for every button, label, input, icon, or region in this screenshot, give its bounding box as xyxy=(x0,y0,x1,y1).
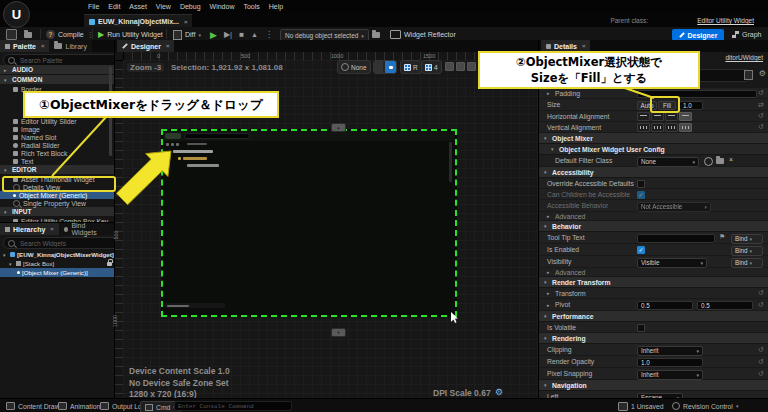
menu-debug[interactable]: Debug xyxy=(180,3,201,10)
hierarchy-row-stack-box[interactable]: ▾ [Stack Box] xyxy=(0,259,123,268)
pivot-y-input[interactable]: 0.5 xyxy=(697,301,753,310)
reset-icon[interactable]: ↺ xyxy=(758,289,764,297)
tooltip-bind-dropdown[interactable]: Bind▾ xyxy=(731,234,763,244)
halign-fill-button[interactable] xyxy=(679,112,692,121)
palette-item-object-mixer[interactable]: Object Mixer (Generic) xyxy=(0,191,114,199)
close-icon[interactable]: × xyxy=(166,43,170,49)
debug-browse-button[interactable] xyxy=(372,29,380,40)
palette-item-text[interactable]: Text xyxy=(0,157,114,165)
details-section-user-config[interactable]: ▾Object Mixer Widget User Config xyxy=(539,144,768,155)
object-mixer-widget-preview[interactable] xyxy=(161,129,457,317)
run-utility-widget-button[interactable]: ▶ Run Utility Widget xyxy=(98,29,163,40)
flow-direction-dropdown[interactable]: None xyxy=(337,60,371,74)
unsaved-indicator[interactable]: 1 Unsaved xyxy=(618,401,664,411)
menu-asset[interactable]: Asset xyxy=(129,3,147,10)
details-section-behavior[interactable]: ▾Behavior xyxy=(539,221,768,232)
details-section-navigation[interactable]: ▾Navigation xyxy=(539,380,768,391)
close-icon[interactable]: × xyxy=(41,43,45,49)
swap-icon[interactable]: ⇄ xyxy=(758,101,764,109)
palette-item-single-property-view[interactable]: Single Property View xyxy=(0,199,114,207)
preview-size-icon[interactable] xyxy=(445,62,454,71)
palette-item-image[interactable]: Image xyxy=(0,125,114,133)
tab-hierarchy[interactable]: Hierarchy × xyxy=(0,223,59,235)
hierarchy-search[interactable] xyxy=(3,237,119,249)
favorites-icon[interactable] xyxy=(744,70,753,80)
asset-tab[interactable]: EUW_KinnajObjectMix... × xyxy=(84,14,192,28)
close-icon[interactable]: × xyxy=(50,226,54,232)
tab-designer[interactable]: Designer × xyxy=(117,40,174,52)
content-drawer-button[interactable]: Content Drawer xyxy=(6,401,66,411)
override-accessible-checkbox[interactable] xyxy=(637,180,645,188)
details-section-rendering[interactable]: ▾Rendering xyxy=(539,333,768,344)
hierarchy-search-input[interactable] xyxy=(18,239,114,248)
halign-right-button[interactable] xyxy=(665,112,678,121)
details-row-advanced-accessibility[interactable]: ▸Advanced xyxy=(539,212,768,221)
browse-icon[interactable] xyxy=(716,158,724,164)
default-filter-dropdown[interactable]: None▾ xyxy=(637,157,699,167)
reset-icon[interactable]: ↺ xyxy=(758,346,764,354)
hierarchy-row-object-mixer[interactable]: [Object Mixer (Generic)] xyxy=(0,268,131,277)
widget-top-handle[interactable]: ▲ xyxy=(331,123,346,132)
expander-icon[interactable]: ▸ xyxy=(547,290,552,296)
close-icon[interactable]: × xyxy=(582,43,586,49)
menu-file[interactable]: File xyxy=(88,3,99,10)
valign-top-button[interactable] xyxy=(637,123,650,132)
details-section-render-transform[interactable]: ▾Render Transform xyxy=(539,277,768,288)
halign-center-button[interactable] xyxy=(651,112,664,121)
clipping-dropdown[interactable]: Inherit▾ xyxy=(637,346,703,356)
is-volatile-checkbox[interactable] xyxy=(637,324,645,332)
palette-section-editor[interactable]: ▾EDITOR xyxy=(0,165,114,175)
reset-icon[interactable]: ↺ xyxy=(758,358,764,366)
is-enabled-checkbox[interactable]: ✓ xyxy=(637,246,645,254)
palette-search-input[interactable] xyxy=(18,56,114,65)
compile-button[interactable]: ? Compile ⋮ xyxy=(46,29,94,40)
play-in-editor-button[interactable]: ▶ xyxy=(210,30,217,40)
device-preview-icon[interactable] xyxy=(456,62,465,71)
grid-ruler-toggle[interactable]: R xyxy=(400,60,422,74)
palette-item-rich-text-block[interactable]: Rich Text Block xyxy=(0,149,114,157)
render-opacity-input[interactable]: 1.0 xyxy=(637,358,703,367)
visibility-bind-dropdown[interactable]: Bind▾ xyxy=(731,258,763,268)
palette-item-radial-slider[interactable]: Radial Slider xyxy=(0,141,114,149)
valign-bottom-button[interactable] xyxy=(665,123,678,132)
use-selected-icon[interactable] xyxy=(704,157,713,166)
tab-library[interactable]: Library xyxy=(49,40,91,52)
reset-icon[interactable]: ↺ xyxy=(758,301,764,309)
details-row-advanced-behavior[interactable]: ▸Advanced xyxy=(539,268,768,277)
reset-icon[interactable]: ↺ xyxy=(758,89,764,97)
menu-edit[interactable]: Edit xyxy=(108,3,120,10)
accessible-behavior-dropdown[interactable]: Not Accessible▾ xyxy=(637,202,711,212)
can-children-checkbox[interactable]: ✓ xyxy=(637,191,645,199)
details-section-performance[interactable]: ▾Performance xyxy=(539,311,768,322)
tab-bind-widgets[interactable]: Bind Widgets xyxy=(59,223,114,235)
gear-icon[interactable]: ⚙ xyxy=(759,69,766,78)
menu-view[interactable]: View xyxy=(156,3,171,10)
revision-control-button[interactable]: Revision Control ▾ xyxy=(672,401,738,411)
output-log-button[interactable]: Output Log xyxy=(100,401,146,411)
lock-icon[interactable] xyxy=(107,262,112,266)
is-enabled-bind-dropdown[interactable]: Bind▾ xyxy=(731,246,763,256)
expander-icon[interactable]: ▸ xyxy=(547,90,552,96)
frame-skip-button[interactable]: ▶| xyxy=(224,30,232,39)
parent-class-link[interactable]: Editor Utility Widget xyxy=(697,17,754,24)
widget-reflector-button[interactable]: Widget Reflector xyxy=(390,29,456,40)
save-button[interactable] xyxy=(6,29,17,40)
reset-icon[interactable]: ↺ xyxy=(758,370,764,378)
console-command-input[interactable] xyxy=(174,401,292,411)
details-section-object-mixer[interactable]: ▾Object Mixer xyxy=(539,133,768,144)
palette-item-named-slot[interactable]: Named Slot xyxy=(0,133,114,141)
grid-snap-dropdown[interactable]: 4 xyxy=(421,60,442,74)
valign-fill-button[interactable] xyxy=(679,123,692,132)
localization-flag-icon[interactable]: ⚑ xyxy=(719,233,725,241)
browse-button[interactable] xyxy=(24,29,32,40)
animations-button[interactable]: Animations xyxy=(58,401,104,411)
tab-palette[interactable]: Palette × xyxy=(0,40,49,52)
menu-help[interactable]: Help xyxy=(269,3,283,10)
valign-center-button[interactable] xyxy=(651,123,664,132)
palette-section-audio[interactable]: ▸AUDIO xyxy=(0,65,114,75)
asset-tab-close-icon[interactable]: × xyxy=(184,19,188,25)
widget-bottom-handle[interactable]: ▼ xyxy=(331,328,346,337)
palette-section-input[interactable]: ▾INPUT xyxy=(0,207,114,217)
clear-icon[interactable]: × xyxy=(729,156,733,163)
lock-toggle[interactable] xyxy=(373,60,397,74)
